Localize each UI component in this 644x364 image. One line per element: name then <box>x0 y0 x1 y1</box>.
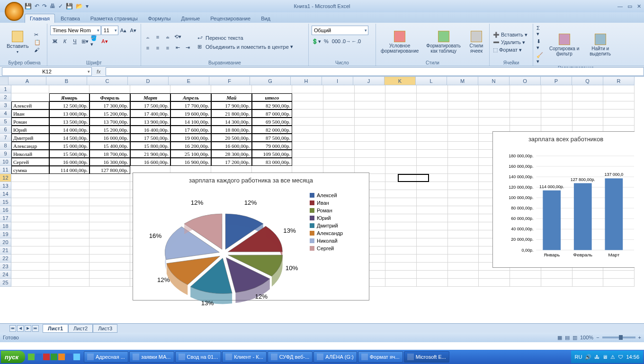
cell[interactable]: Апрель <box>170 93 211 101</box>
taskbar-button[interactable]: Клиент - К... <box>222 351 267 363</box>
cell[interactable]: 114 000,00р. <box>49 166 90 174</box>
cell[interactable] <box>49 263 90 271</box>
select-all-corner[interactable] <box>0 77 9 85</box>
cell[interactable]: 109 500,00р. <box>252 150 293 158</box>
cell[interactable]: 20 500,00р. <box>211 134 252 142</box>
cell[interactable] <box>448 126 479 134</box>
cell[interactable]: итого <box>252 93 293 101</box>
cell[interactable] <box>385 255 417 263</box>
cell[interactable]: 28 300,00р. <box>211 150 252 158</box>
row-header[interactable]: 20 <box>0 238 11 246</box>
row-header[interactable]: 18 <box>0 222 11 230</box>
cell[interactable] <box>510 101 541 109</box>
column-header[interactable]: M <box>447 77 478 85</box>
cell[interactable] <box>510 279 541 287</box>
cell[interactable] <box>448 158 479 166</box>
ql-icon[interactable] <box>51 354 57 360</box>
cell[interactable]: 16 900,00р. <box>170 158 211 166</box>
outdent-button[interactable]: ⇤ <box>173 43 182 53</box>
wrap-text-button[interactable]: ⮐Перенос текста <box>196 34 295 42</box>
cell[interactable] <box>448 222 479 230</box>
cell[interactable] <box>89 271 130 279</box>
align-center-button[interactable]: ≡ <box>153 43 162 53</box>
ql-icon[interactable] <box>66 354 72 360</box>
cell[interactable] <box>417 85 448 93</box>
inc-decimal-button[interactable]: .0→ <box>341 36 351 46</box>
cell[interactable] <box>417 118 448 126</box>
cell[interactable]: 82 000,00р. <box>252 126 293 134</box>
font-name-combo[interactable]: Times New Rom <box>50 26 101 35</box>
cell[interactable]: 127 800,00р. <box>89 166 130 174</box>
tray-icon[interactable]: 🖥 <box>602 354 608 360</box>
start-button[interactable]: пуск <box>1 351 25 363</box>
cell[interactable] <box>603 85 635 93</box>
cell[interactable] <box>510 93 541 101</box>
cell[interactable]: 21 900,00р. <box>130 150 171 158</box>
row-header[interactable]: 9 <box>0 150 11 158</box>
autosum-button[interactable]: Σ ▾ <box>535 25 545 37</box>
column-header[interactable]: I <box>322 77 353 85</box>
cell[interactable] <box>479 279 510 287</box>
cell[interactable] <box>417 255 448 263</box>
cell[interactable]: Иван <box>11 109 49 118</box>
cell[interactable] <box>11 238 49 246</box>
cell[interactable]: Юрий <box>11 126 49 134</box>
cell[interactable] <box>572 85 604 93</box>
cell[interactable] <box>385 101 417 109</box>
cell[interactable] <box>292 142 323 150</box>
cell[interactable]: 17 300,00р. <box>89 101 130 109</box>
ribbon-tab-5[interactable]: Рецензирование <box>206 14 255 23</box>
copy-button[interactable]: 📋 <box>33 39 42 46</box>
cell[interactable] <box>323 126 355 134</box>
bar-chart[interactable]: зарплата всех работников 0,00р.20 000,00… <box>492 131 635 268</box>
row-header[interactable]: 19 <box>0 230 11 238</box>
cell[interactable] <box>292 134 323 142</box>
column-header[interactable]: O <box>510 77 541 85</box>
cell[interactable] <box>479 101 510 109</box>
underline-button[interactable]: Ч <box>70 36 80 46</box>
cell[interactable] <box>323 93 355 101</box>
sheet-nav-prev[interactable]: ◀ <box>17 325 24 332</box>
cell[interactable] <box>385 150 417 158</box>
cell[interactable] <box>417 271 448 279</box>
ribbon-tab-0[interactable]: Главная <box>25 14 55 23</box>
cell[interactable] <box>385 182 417 190</box>
sheet-nav-next[interactable]: ▶ <box>25 325 31 332</box>
row-header[interactable]: 23 <box>0 263 11 271</box>
cell[interactable]: 17 700,00р. <box>170 101 211 109</box>
cell[interactable] <box>292 109 323 118</box>
cell[interactable]: 17 600,00р. <box>170 126 211 134</box>
orientation-button[interactable]: ⟲▾ <box>173 32 182 42</box>
tray-icon[interactable]: 🖧 <box>594 354 599 360</box>
cell[interactable] <box>11 214 49 222</box>
row-header[interactable]: 21 <box>0 246 11 255</box>
row-header[interactable]: 13 <box>0 182 11 190</box>
ql-icon[interactable] <box>43 354 50 360</box>
cell[interactable] <box>355 118 386 126</box>
cell[interactable] <box>448 134 479 142</box>
format-cells-button[interactable]: ⬚Формат ▾ <box>492 46 529 54</box>
formula-input[interactable] <box>106 67 644 76</box>
cell[interactable] <box>49 246 90 255</box>
row-header[interactable]: 17 <box>0 214 11 222</box>
find-select-button[interactable]: Найти и выделить <box>584 33 617 57</box>
qat-undo-icon[interactable]: ↶ <box>35 3 39 9</box>
cell[interactable] <box>11 230 49 238</box>
column-header[interactable]: N <box>478 77 510 85</box>
cell[interactable] <box>89 230 130 238</box>
sheet-tab[interactable]: Лист3 <box>93 324 117 333</box>
paste-button[interactable]: Вставить▾ <box>4 30 32 55</box>
cell[interactable] <box>49 182 90 190</box>
ribbon-tab-4[interactable]: Данные <box>176 14 205 23</box>
cell[interactable] <box>49 206 90 214</box>
cell[interactable] <box>385 222 417 230</box>
cell[interactable] <box>89 246 130 255</box>
cell[interactable] <box>417 279 448 287</box>
cell[interactable]: 13 900,00р. <box>130 118 171 126</box>
cell[interactable] <box>11 271 49 279</box>
row-header[interactable]: 16 <box>0 206 11 214</box>
row-header[interactable]: 4 <box>0 109 11 118</box>
close-button[interactable]: ✕ <box>637 3 641 9</box>
cell[interactable] <box>417 93 448 101</box>
cell[interactable] <box>49 174 90 182</box>
